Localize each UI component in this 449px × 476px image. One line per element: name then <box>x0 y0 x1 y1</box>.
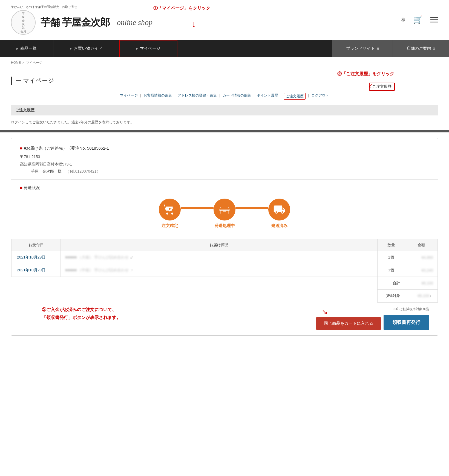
hamburger-menu-icon[interactable] <box>430 17 438 22</box>
th-product: お届け商品 <box>61 239 378 251</box>
recipient-name: 芋屋 金次郎 様 <box>31 169 62 173</box>
cart-icon[interactable]: 🛒 <box>413 15 423 24</box>
mypage-link-card[interactable]: カード情報の編集 <box>223 93 251 100</box>
receipt-button[interactable]: 領収書再発行 <box>384 315 429 330</box>
callout-3-arrow: ↘ <box>322 308 328 316</box>
mypage-links: マイページ ｜ お客様情報の編集 ｜ アドレス帳の登録・編集 ｜ カード情報の編… <box>0 90 449 105</box>
row2-date[interactable]: 2021年10月29日 <box>11 264 61 277</box>
tax-row: （8%対象 ¥8,100） <box>11 289 438 302</box>
table-row: 2021年10月29日 ■■■■■ （中箱） 芋けんぴ詰め合わせ ※ 1個 ¥3… <box>11 264 438 277</box>
breadcrumb: HOME ＞ マイページ <box>0 57 449 68</box>
page-title-container: ー マイページ ②「ご注文履歴」をクリック ご注文履歴 ↙ <box>0 68 449 90</box>
callout-1-arrow: ↓ <box>192 19 196 29</box>
nav-item-store[interactable]: 店舗のご案内 ⊠ <box>393 40 449 57</box>
row1-price: ¥4,860 <box>405 251 438 264</box>
nav-item-brand[interactable]: ブランドサイト ⊠ <box>332 40 393 57</box>
nav-item-guide[interactable]: ▶ お買い物ガイド <box>53 40 119 57</box>
subtotal-label: 合計 <box>378 277 405 289</box>
recipient-address: 高知県高岡郡日高村本郷573-1 <box>20 161 429 168</box>
row2-qty: 1個 <box>378 264 405 277</box>
reorder-button[interactable]: 同じ商品をカートに入れる <box>316 317 381 330</box>
row1-qty: 1個 <box>378 251 405 264</box>
online-shop-text: online shop <box>117 18 152 27</box>
shipping-status: ■ 発送状況 注文確定 <box>11 180 438 239</box>
order-table-container: お受付日 お届け商品 数量 金額 2021年10月29日 ■■■■■ （大箱） … <box>11 239 438 303</box>
status-label-1: 注文確定 <box>162 223 178 228</box>
nav-label-store: 店舗のご案内 <box>407 46 431 51</box>
mypage-link-logout[interactable]: ログアウト <box>311 93 329 100</box>
shipping-title: ■ 発送状況 <box>20 185 429 190</box>
row2-product: ■■■■■ （中箱） 芋けんぴ詰め合わせ ※ <box>61 264 378 277</box>
truck-icon <box>273 204 285 216</box>
callout-2-arrow: ↙ <box>368 82 373 89</box>
th-qty: 数量 <box>378 239 405 251</box>
nav-arrow-guide: ▶ <box>70 47 72 50</box>
mypage-link-profile[interactable]: お客様情報の編集 <box>143 93 172 100</box>
subtotal-value: ¥8,100 <box>405 277 438 289</box>
nav-label-products: 商品一覧 <box>20 46 37 51</box>
status-label-2: 発送処理中 <box>214 223 235 228</box>
navigation: ▶ 商品一覧 ▶ お買い物ガイド ▶ マイページ ブランドサイト ⊠ 店舗のご案… <box>0 40 449 57</box>
order-card: ■ ■お届け先（ご連絡先）〈受注No. 50185652-1 〒781-2153… <box>11 138 438 336</box>
nav-label-brand: ブランドサイト <box>346 46 375 51</box>
header-right: 様 🛒 <box>401 15 438 24</box>
nav-arrow-mypage: ▶ <box>136 47 138 50</box>
recipient-info: ■ ■お届け先（ご連絡先）〈受注No. 50185652-1 〒781-2153… <box>11 138 438 180</box>
table-header-row: お受付日 お届け商品 数量 金額 <box>11 239 438 251</box>
logo-circle: 芋 屋 金 次 郎 会員 <box>11 10 36 35</box>
status-flow: 注文確定 発送処理中 <box>20 196 429 231</box>
status-circle-3 <box>268 199 290 220</box>
recipient-name-tel: 芋屋 金次郎 様 （Tel.0120070421） <box>20 168 429 175</box>
cart-check-icon <box>164 204 176 216</box>
tax-empty <box>11 289 378 302</box>
mypage-link-home[interactable]: マイページ <box>120 93 138 100</box>
status-step-3: 発送済み <box>268 199 290 228</box>
section-divider <box>0 130 449 132</box>
order-table: お受付日 お届け商品 数量 金額 2021年10月29日 ■■■■■ （大箱） … <box>11 239 438 303</box>
table-row: 2021年10月29日 ■■■■■ （大箱） 芋けんぴ詰め合わせ ※ 1個 ¥4… <box>11 251 438 264</box>
th-price: 金額 <box>405 239 438 251</box>
callout-2-box: ご注文履歴 <box>369 83 395 91</box>
nav-arrow-products: ▶ <box>16 47 19 50</box>
status-circle-1 <box>159 199 181 220</box>
header-logo: 芋 屋 金 次 郎 会員 芋舗 芋屋金次郎 online shop <box>11 10 152 35</box>
tax-label: （8%対象 <box>378 289 405 302</box>
recipient-postal: 〒781-2153 <box>20 153 429 161</box>
callout-3: ③ご入金がお済みのご注文について、 「領収書発行」ボタンが表示されます。 <box>42 306 121 322</box>
logo-text: 芋舗 芋屋金次郎 <box>41 16 110 29</box>
order-history-description: ログインしてご注文いただきました、過去2年分の履歴を表示しております。 <box>11 120 438 125</box>
row2-price: ¥3,240 <box>405 264 438 277</box>
subtotal-row: 合計 ¥8,100 <box>11 277 438 289</box>
status-line-1 <box>181 207 214 209</box>
nav-item-products[interactable]: ▶ 商品一覧 <box>0 40 53 57</box>
nav-item-mypage[interactable]: ▶ マイページ <box>119 40 177 57</box>
status-circle-2 <box>214 199 235 220</box>
callout-2-text: ②「ご注文履歴」をクリック <box>337 71 394 77</box>
box-icon <box>218 204 231 216</box>
row1-date[interactable]: 2021年10月29日 <box>11 251 61 264</box>
row1-product: ■■■■■ （大箱） 芋けんぴ詰め合わせ ※ <box>61 251 378 264</box>
status-step-2: 発送処理中 <box>214 199 235 228</box>
order-history-section-label: ご注文履歴 <box>11 105 438 115</box>
tax-value: ¥8,100） <box>405 289 438 302</box>
status-label-3: 発送済み <box>271 223 287 228</box>
nav-spacer <box>177 40 332 57</box>
bottom-area: ※印は軽減税率対象商品 ③ご入金がお済みのご注文について、 「領収書発行」ボタン… <box>11 303 438 335</box>
header-subtitle: 芋けんぴ、さつま芋菓子の通信販売、お取り寄せ <box>11 5 152 9</box>
nav-label-guide: お買い物ガイド <box>74 46 102 51</box>
status-line-2 <box>235 207 268 209</box>
recipient-tel: （Tel.0120070421） <box>65 169 100 173</box>
external-icon-brand: ⊠ <box>376 47 379 50</box>
logo-area: 芋けんぴ、さつま芋菓子の通信販売、お取り寄せ 芋 屋 金 次 郎 会員 芋舗 芋… <box>11 5 152 35</box>
header: 芋けんぴ、さつま芋菓子の通信販売、お取り寄せ 芋 屋 金 次 郎 会員 芋舗 芋… <box>0 0 449 40</box>
mypage-link-points[interactable]: ポイント履歴 <box>257 93 278 100</box>
external-icon-store: ⊠ <box>433 47 435 50</box>
callout-1-text: ①「マイページ」をクリック <box>153 5 210 11</box>
sama-label: 様 <box>401 17 405 22</box>
th-date: お受付日 <box>11 239 61 251</box>
mypage-link-address[interactable]: アドレス帳の登録・編集 <box>178 93 217 100</box>
status-step-1: 注文確定 <box>159 199 181 228</box>
nav-label-mypage: マイページ <box>140 46 160 51</box>
recipient-title: ■ ■お届け先（ご連絡先）〈受注No. 50185652-1 <box>20 146 429 151</box>
mypage-link-order-history[interactable]: ご注文履歴 <box>284 93 306 100</box>
